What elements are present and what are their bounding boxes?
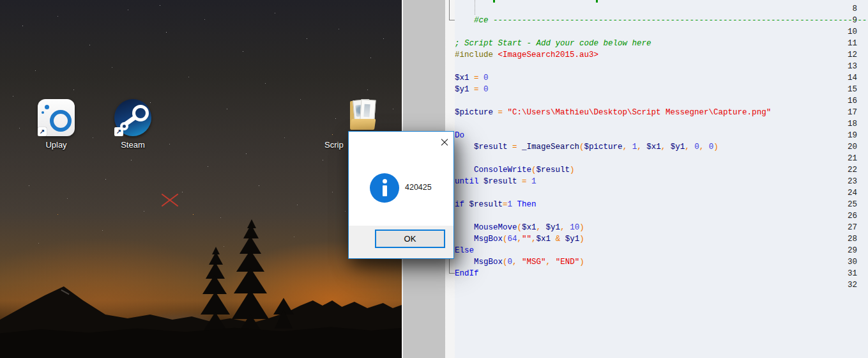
dialog-body: 420425 [349, 132, 453, 226]
code-line[interactable] [455, 153, 868, 164]
fold-line [449, 0, 450, 20]
code-line[interactable]: EndIf [455, 268, 868, 279]
code-line[interactable]: $x1 = 0 [455, 72, 868, 84]
red-x-marker [160, 191, 180, 209]
code-line[interactable] [455, 3, 868, 15]
code-line[interactable] [455, 279, 868, 291]
code-line[interactable]: if $result=1 Then [455, 199, 868, 210]
steam-icon: ↗ [114, 99, 151, 136]
steam-label: Steam [110, 140, 156, 150]
code-line[interactable]: $picture = "C:\Users\Mathieu\Desktop\Scr… [455, 107, 868, 118]
dialog-footer: OK [349, 226, 453, 258]
uplay-icon: ↗ [38, 99, 75, 136]
desktop-background: ↗ Uplay ↗ Steam Scrip [0, 0, 403, 358]
code-line[interactable]: MsgBox(0, "MSG", "END") [455, 256, 868, 268]
fold-corner [449, 20, 455, 20]
code-line[interactable]: #include <ImageSearch2015.au3> [455, 49, 868, 61]
code-line[interactable] [455, 95, 868, 107]
info-icon [370, 173, 399, 203]
code-line[interactable]: MsgBox(64,"",$x1 & $y1) [455, 233, 868, 245]
stars [0, 0, 1, 1]
fold-corner [449, 273, 455, 274]
code-line[interactable] [455, 26, 868, 38]
code-line[interactable]: Else [455, 245, 868, 256]
partial-line-fragment [596, 0, 598, 3]
code-line[interactable]: ; Script Start - Add your code below her… [455, 38, 868, 49]
code-line[interactable] [455, 61, 868, 72]
desktop-icon-script-folder[interactable] [350, 100, 376, 130]
shortcut-arrow-icon: ↗ [114, 127, 123, 136]
shortcut-arrow-icon: ↗ [38, 127, 47, 136]
code-line[interactable] [455, 210, 868, 222]
code-line[interactable]: #ce ------------------------------------… [455, 15, 868, 26]
code-line[interactable] [455, 118, 868, 130]
close-icon[interactable] [439, 137, 450, 148]
code-line[interactable]: Do [455, 130, 868, 141]
partial-line-fragment [493, 0, 495, 3]
desktop-icon-steam[interactable]: ↗ Steam [110, 99, 156, 150]
code-line[interactable] [455, 187, 868, 199]
code-line[interactable]: until $result = 1 [455, 176, 868, 187]
screen: ↗ Uplay ↗ Steam Scrip [0, 0, 868, 358]
dialog-message: 420425 [405, 183, 432, 192]
code-line[interactable]: $result = _ImageSearch($picture, 1, $x1,… [455, 141, 868, 153]
code-editor[interactable]: 8910111213141516171819202122232425262728… [402, 0, 868, 358]
code-line[interactable]: $y1 = 0 [455, 84, 868, 95]
script-folder-label: Scrip [324, 140, 348, 151]
code-line[interactable]: MouseMove($x1, $y1, 10) [455, 222, 868, 233]
ok-button[interactable]: OK [375, 230, 445, 248]
desktop-icon-uplay[interactable]: ↗ Uplay [33, 99, 79, 150]
code-line[interactable]: ConsoleWrite($result) [455, 164, 868, 176]
message-box-dialog: 420425 OK [348, 131, 454, 259]
uplay-label: Uplay [33, 140, 79, 150]
